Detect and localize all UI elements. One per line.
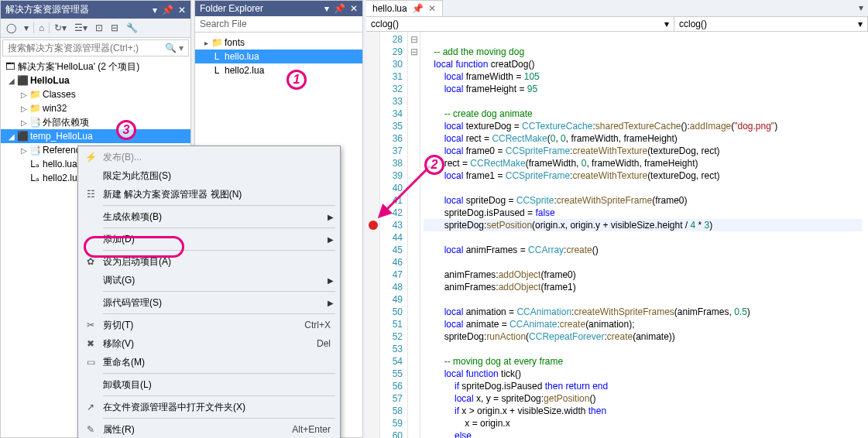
scope-combo[interactable]: cclog() ▾ [366, 17, 674, 31]
breakpoint-margin[interactable] [366, 32, 380, 438]
menu-item[interactable]: ✖移除(V)Del [80, 334, 338, 353]
folder-search[interactable]: Search File [195, 16, 362, 33]
chevron-down-icon: ▾ [858, 19, 863, 29]
folder-item[interactable]: ▸📁fonts [195, 36, 362, 50]
line-numbers: 2829303132333435363738394041424344454647… [380, 32, 408, 438]
tree-node[interactable]: ▷📁win32 [1, 101, 190, 115]
tab-overflow-icon[interactable]: ▾ [854, 0, 868, 16]
menu-item[interactable]: 添加(D)▶ [80, 230, 338, 248]
folder-item[interactable]: Lhello2.lua [195, 63, 362, 77]
close-icon[interactable]: ✕ [178, 5, 186, 15]
home-icon[interactable]: ⌂ [36, 21, 47, 35]
tab-label: hello.lua [372, 3, 407, 14]
close-icon[interactable]: ✕ [428, 3, 436, 14]
tree-node[interactable]: ◢⬛temp_HelloLua [1, 129, 190, 143]
folder-item[interactable]: Lhello.lua [195, 50, 362, 63]
menu-item[interactable]: ▭重命名(M) [80, 353, 338, 371]
pin-icon[interactable]: 📌 [334, 3, 345, 14]
code-area[interactable]: 2829303132333435363738394041424344454647… [366, 32, 868, 438]
nav-dropdown-icon[interactable]: ▾ [21, 21, 32, 35]
context-menu: ⚡发布(B)...限定为此范围(S)☷新建 解决方案资源管理器 视图(N)生成依… [77, 145, 341, 438]
showall-icon[interactable]: ⊡ [92, 21, 106, 35]
menu-item: ⚡发布(B)... [80, 148, 338, 166]
menu-item[interactable]: 调试(G)▶ [80, 271, 338, 289]
pin-icon[interactable]: 📌 [162, 5, 173, 15]
member-combo[interactable]: cclog() ▾ [674, 17, 868, 31]
menu-item[interactable]: ✎属性(R)Alt+Enter [80, 420, 338, 438]
refresh-icon[interactable]: ↻▾ [51, 21, 70, 35]
panel-header: Folder Explorer ▾ 📌 ✕ [195, 1, 362, 16]
editor-tabs: hello.lua 📌 ✕ ▾ [366, 0, 868, 17]
editor-tab[interactable]: hello.lua 📌 ✕ [366, 0, 443, 16]
code-text[interactable]: -- add the moving dog local function cre… [420, 32, 868, 438]
fold-margin[interactable]: ⊟⊟ [408, 32, 420, 438]
dropdown-icon[interactable]: ▾ [324, 3, 329, 14]
dropdown-icon[interactable]: ▾ [153, 5, 157, 15]
breakpoint-dot[interactable] [369, 221, 378, 230]
back-icon[interactable]: ◯ [3, 21, 19, 35]
menu-item[interactable]: ☷新建 解决方案资源管理器 视图(N) [80, 185, 338, 204]
search-icon: 🔍 ▾ [165, 43, 184, 53]
menu-item[interactable]: 生成依赖项(B)▶ [80, 207, 338, 226]
code-editor: hello.lua 📌 ✕ ▾ cclog() ▾ cclog() ▾ 2829… [366, 0, 868, 438]
panel-title: 解决方案资源管理器 [5, 3, 89, 16]
panel-title: Folder Explorer [200, 3, 263, 14]
sync-icon[interactable]: ☲▾ [71, 21, 91, 35]
navigation-bar: cclog() ▾ cclog() ▾ [366, 17, 868, 32]
tree-node[interactable]: ◢⬛HelloLua [1, 74, 190, 87]
menu-item[interactable]: 源代码管理(S)▶ [80, 293, 338, 312]
pin-icon[interactable]: 📌 [412, 3, 424, 14]
panel-header: 解决方案资源管理器 ▾ 📌 ✕ [1, 1, 190, 19]
tree-node[interactable]: ▷📑外部依赖项 [1, 115, 190, 129]
menu-item[interactable]: ↗在文件资源管理器中打开文件夹(X) [80, 398, 338, 416]
tree-root[interactable]: 🗔解决方案'HelloLua' (2 个项目) [1, 60, 190, 74]
chevron-down-icon: ▾ [664, 19, 669, 29]
menu-item[interactable]: ✂剪切(T)Ctrl+X [80, 316, 338, 334]
menu-item[interactable]: ✿设为启动项目(A) [80, 252, 338, 271]
properties-icon[interactable]: 🔧 [123, 21, 141, 35]
toolbar: ◯ ▾ ⌂ ↻▾ ☲▾ ⊡ ⊟ 🔧 [1, 19, 190, 38]
tree-node[interactable]: ▷📁Classes [1, 87, 190, 101]
collapse-icon[interactable]: ⊟ [108, 21, 122, 35]
search-input[interactable] [8, 43, 162, 53]
menu-item[interactable]: 卸载项目(L) [80, 375, 338, 394]
menu-item[interactable]: 限定为此范围(S) [80, 166, 338, 185]
search-box[interactable]: 🔍 ▾ [2, 39, 189, 56]
close-icon[interactable]: ✕ [350, 3, 358, 14]
